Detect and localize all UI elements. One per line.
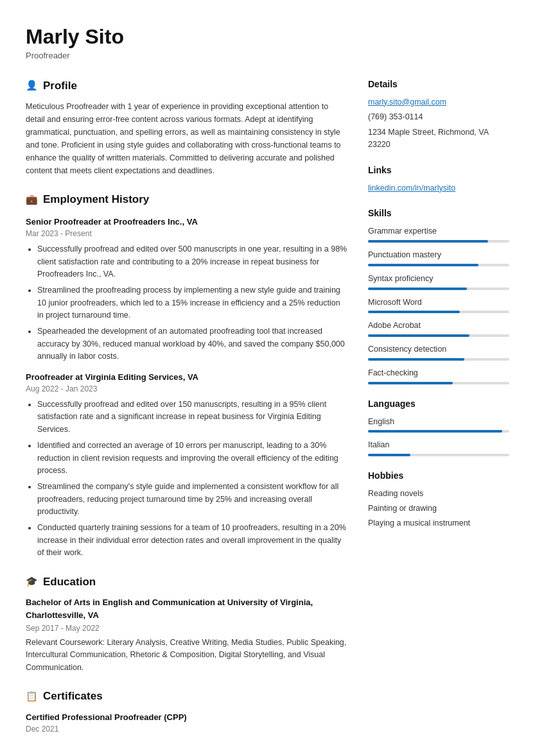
skill-item: Consistency detection	[368, 343, 509, 361]
skill-name: Fact-checking	[368, 367, 509, 379]
education-icon: 🎓	[26, 574, 38, 589]
details-section: Details marly.sito@gmail.com (769) 353-0…	[368, 78, 509, 151]
skill-item: Adobe Acrobat	[368, 320, 509, 337]
lang-name: Italian	[368, 439, 509, 451]
skill-bar-bg	[368, 240, 509, 243]
cert-title-1: Certified Professional Proofreader (CPP)	[26, 711, 347, 724]
candidate-name: Marly Sito	[26, 26, 509, 48]
hobbies-title: Hobbies	[368, 469, 509, 483]
skill-bar-bg	[368, 264, 509, 266]
candidate-title: Proofreader	[26, 49, 509, 62]
profile-text: Meticulous Proofreader with 1 year of ex…	[26, 100, 347, 177]
job-bullet: Identified and corrected an average of 1…	[37, 440, 347, 477]
skill-item: Punctuation mastery	[368, 249, 509, 266]
skill-name: Syntax proficiency	[368, 273, 509, 285]
edu-text-1: Relevant Coursework: Literary Analysis, …	[26, 637, 347, 674]
job-bullet: Conducted quarterly training sessions fo…	[37, 522, 347, 559]
certificate-icon: 📋	[26, 689, 38, 704]
employment-section-title: 💼 Employment History	[26, 191, 347, 208]
profile-section: 👤 Profile Meticulous Proofreader with 1 …	[26, 78, 347, 178]
phone-number: (769) 353-0114	[368, 111, 509, 123]
job-title-1: Senior Proofreader at Proofreaders Inc.,…	[26, 216, 347, 228]
hobbies-section: Hobbies Reading novels Painting or drawi…	[368, 469, 509, 529]
skill-bar-bg	[368, 334, 509, 337]
lang-bar-fill	[368, 430, 502, 433]
job-dates-1: Mar 2023 - Present	[26, 228, 347, 239]
education-section: 🎓 Education Bachelor of Arts in English …	[26, 574, 347, 674]
cert-date-1: Dec 2021	[26, 723, 347, 735]
lang-bar-bg	[368, 454, 509, 456]
skill-item: Grammar expertise	[368, 225, 509, 243]
details-title: Details	[368, 78, 509, 91]
skill-bar-bg	[368, 311, 509, 313]
skill-name: Microsoft Word	[368, 296, 509, 309]
links-section: Links linkedin.com/in/marlysito	[368, 164, 509, 194]
right-column: Details marly.sito@gmail.com (769) 353-0…	[368, 78, 509, 750]
hobby-item: Playing a musical instrument	[368, 517, 509, 529]
skill-bar-bg	[368, 358, 509, 361]
lang-item: Italian	[368, 439, 509, 456]
profile-icon: 👤	[26, 78, 38, 93]
skill-name: Punctuation mastery	[368, 249, 509, 261]
skill-name: Grammar expertise	[368, 225, 509, 237]
employment-icon: 💼	[26, 193, 38, 207]
job-bullet: Successfully proofread and edited over 1…	[37, 399, 347, 436]
skill-bar-fill	[368, 358, 464, 361]
skill-item: Microsoft Word	[368, 296, 509, 314]
skill-bar-bg	[368, 288, 509, 290]
skill-item: Fact-checking	[368, 367, 509, 384]
languages-section: Languages English Italian	[368, 397, 509, 457]
edu-dates-1: Sep 2017 - May 2022	[26, 623, 347, 634]
job-dates-2: Aug 2022 - Jan 2023	[26, 383, 347, 395]
job-bullet: Spearheaded the development of an automa…	[37, 325, 347, 363]
job-bullets-2: Successfully proofread and edited over 1…	[26, 399, 347, 560]
hobby-item: Reading novels	[368, 488, 509, 500]
certificates-section: 📋 Certificates Certified Professional Pr…	[26, 688, 347, 735]
job-bullet: Streamlined the company's style guide an…	[37, 481, 347, 518]
skill-bar-fill	[368, 288, 467, 290]
skill-bar-fill	[368, 382, 453, 384]
skill-bar-fill	[368, 264, 478, 266]
job-bullet: Successfully proofread and edited over 5…	[37, 243, 347, 280]
links-title: Links	[368, 164, 509, 177]
lang-bar-fill	[368, 454, 410, 456]
skill-bar-fill	[368, 240, 488, 243]
left-column: 👤 Profile Meticulous Proofreader with 1 …	[26, 78, 347, 750]
skill-name: Adobe Acrobat	[368, 320, 509, 332]
profile-section-title: 👤 Profile	[26, 78, 347, 94]
hobby-item: Painting or drawing	[368, 503, 509, 515]
skill-bar-fill	[368, 334, 469, 337]
skill-item: Syntax proficiency	[368, 273, 509, 290]
certificates-section-title: 📋 Certificates	[26, 688, 347, 705]
skills-title: Skills	[368, 207, 509, 220]
address: 1234 Maple Street, Richmond, VA 23220	[368, 126, 509, 151]
job-bullets-1: Successfully proofread and edited over 5…	[26, 243, 347, 363]
email-link[interactable]: marly.sito@gmail.com	[368, 96, 509, 108]
employment-section: 💼 Employment History Senior Proofreader …	[26, 191, 347, 559]
edu-title-1: Bachelor of Arts in English and Communic…	[26, 596, 347, 621]
education-section-title: 🎓 Education	[26, 574, 347, 590]
skill-name: Consistency detection	[368, 343, 509, 356]
lang-item: English	[368, 416, 509, 433]
job-title-2: Proofreader at Virginia Editing Services…	[26, 371, 347, 384]
lang-bar-bg	[368, 430, 509, 433]
skills-section: Skills Grammar expertise Punctuation mas…	[368, 207, 509, 384]
skill-bar-bg	[368, 382, 509, 384]
lang-name: English	[368, 416, 509, 428]
skill-bar-fill	[368, 311, 460, 313]
linkedin-link[interactable]: linkedin.com/in/marlysito	[368, 182, 509, 194]
resume-header: Marly Sito Proofreader	[26, 26, 509, 62]
languages-title: Languages	[368, 397, 509, 411]
job-bullet: Streamlined the proofreading process by …	[37, 284, 347, 322]
